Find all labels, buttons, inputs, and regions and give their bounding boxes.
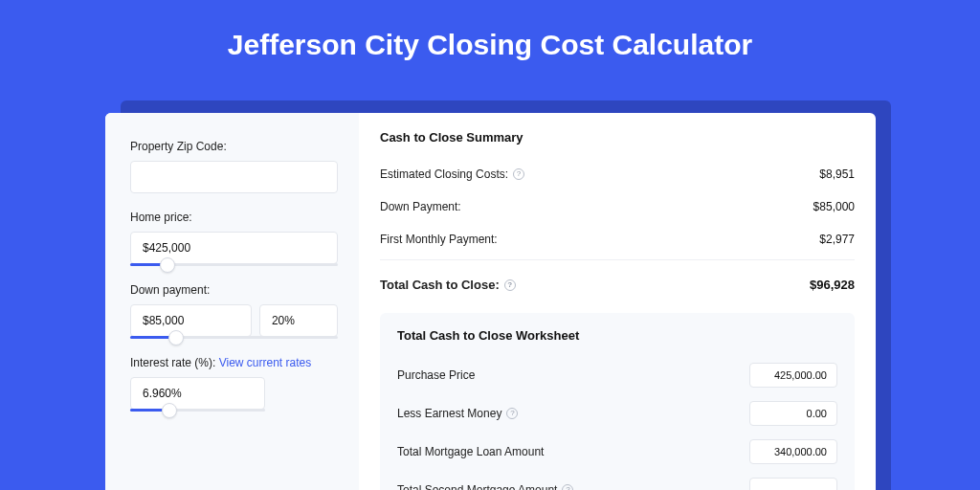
closing-costs-label: Estimated Closing Costs:	[380, 167, 508, 181]
zip-group: Property Zip Code:	[130, 140, 338, 193]
row-down-payment: Down Payment: $85,000	[380, 192, 855, 225]
worksheet-title: Total Cash to Close Worksheet	[397, 328, 837, 343]
closing-costs-value: $8,951	[819, 167, 855, 181]
down-payment-label: Down payment:	[130, 283, 338, 297]
ws-row-purchase-price: Purchase Price	[397, 356, 837, 394]
info-icon[interactable]: ?	[513, 168, 524, 180]
row-total: Total Cash to Close: ? $96,928	[380, 270, 855, 303]
calculator-card: Property Zip Code: Home price: Down paym…	[105, 113, 876, 490]
down-payment-slider-thumb[interactable]	[168, 330, 184, 345]
purchase-price-input[interactable]	[749, 363, 837, 388]
info-icon[interactable]: ?	[506, 408, 518, 419]
worksheet-panel: Total Cash to Close Worksheet Purchase P…	[380, 313, 855, 490]
down-payment-input[interactable]	[130, 304, 252, 337]
ws-row-less-earnest: Less Earnest Money ?	[397, 394, 837, 433]
zip-input[interactable]	[130, 161, 338, 193]
row-first-payment: First Monthly Payment: $2,977	[380, 225, 855, 257]
home-price-slider[interactable]	[130, 263, 338, 266]
second-mortgage-input[interactable]	[749, 478, 837, 490]
total-value: $96,928	[810, 278, 855, 292]
ws-row-mortgage-loan: Total Mortgage Loan Amount	[397, 433, 837, 471]
second-mortgage-label: Total Second Mortgage Amount	[397, 483, 557, 490]
results-panel: Cash to Close Summary Estimated Closing …	[359, 113, 876, 490]
mortgage-loan-label: Total Mortgage Loan Amount	[397, 445, 544, 458]
home-price-group: Home price:	[130, 211, 338, 266]
total-label: Total Cash to Close:	[380, 278, 500, 292]
page-title: Jefferson City Closing Cost Calculator	[0, 0, 980, 82]
home-price-label: Home price:	[130, 211, 338, 224]
first-payment-value: $2,977	[819, 233, 855, 246]
summary-down-payment-value: $85,000	[813, 200, 855, 213]
divider	[380, 259, 855, 260]
info-icon[interactable]: ?	[562, 484, 573, 490]
mortgage-loan-input[interactable]	[749, 439, 837, 464]
interest-label: Interest rate (%):	[130, 356, 215, 369]
summary-title: Cash to Close Summary	[380, 130, 855, 145]
zip-label: Property Zip Code:	[130, 140, 338, 153]
less-earnest-input[interactable]	[749, 401, 837, 426]
info-icon[interactable]: ?	[504, 279, 516, 291]
interest-slider-thumb[interactable]	[162, 403, 177, 418]
less-earnest-label: Less Earnest Money	[397, 407, 501, 420]
interest-label-container: Interest rate (%): View current rates	[130, 356, 338, 369]
down-payment-group: Down payment:	[130, 283, 338, 339]
interest-input[interactable]	[130, 377, 265, 410]
interest-slider[interactable]	[130, 409, 265, 412]
down-payment-pct-input[interactable]	[259, 304, 338, 337]
home-price-slider-thumb[interactable]	[160, 257, 175, 273]
first-payment-label: First Monthly Payment:	[380, 233, 498, 246]
down-payment-slider[interactable]	[130, 336, 338, 339]
purchase-price-label: Purchase Price	[397, 368, 475, 382]
row-closing-costs: Estimated Closing Costs: ? $8,951	[380, 160, 855, 192]
inputs-panel: Property Zip Code: Home price: Down paym…	[105, 113, 359, 490]
view-rates-link[interactable]: View current rates	[219, 356, 312, 369]
interest-group: Interest rate (%): View current rates	[130, 356, 338, 412]
summary-down-payment-label: Down Payment:	[380, 200, 461, 213]
ws-row-second-mortgage: Total Second Mortgage Amount ?	[397, 471, 837, 490]
